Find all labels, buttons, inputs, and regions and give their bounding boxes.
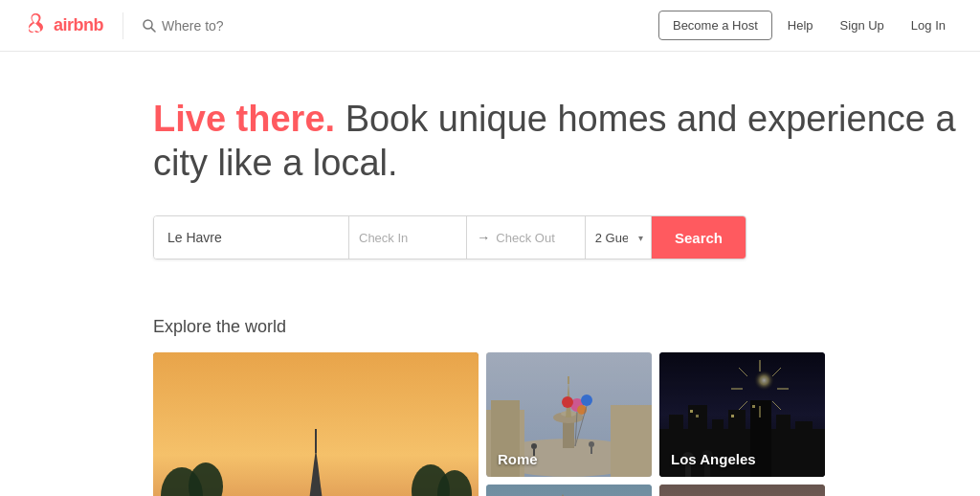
nav-divider bbox=[122, 12, 123, 39]
city-grid: Paris bbox=[153, 352, 817, 496]
city-label-rome: Rome bbox=[498, 451, 538, 467]
city-label-los-angeles: Los Angeles bbox=[671, 451, 756, 467]
city-card-lisbon[interactable]: Lisbon bbox=[486, 485, 652, 496]
logo-text: airbnb bbox=[54, 15, 103, 35]
svg-rect-25 bbox=[153, 352, 479, 496]
become-host-button[interactable]: Become a Host bbox=[658, 11, 772, 40]
search-button[interactable]: Search bbox=[652, 216, 746, 259]
guests-selector[interactable]: 1 Guest 2 Guests 3 Guests 4 Guests 5 Gue… bbox=[586, 216, 652, 259]
city-card-paris[interactable]: Paris bbox=[153, 352, 479, 496]
explore-section: Explore the world bbox=[0, 317, 980, 496]
search-bar: Check In → Check Out 1 Guest 2 Guests 3 … bbox=[153, 215, 746, 259]
airbnb-logo-icon bbox=[23, 11, 48, 40]
log-in-button[interactable]: Log In bbox=[900, 11, 957, 39]
hero-headline: Live there. Book unique homes and experi… bbox=[153, 98, 957, 185]
arrow-icon: → bbox=[477, 230, 490, 245]
search-icon bbox=[143, 19, 156, 33]
location-input[interactable] bbox=[154, 216, 349, 259]
checkin-field[interactable]: Check In bbox=[349, 216, 467, 259]
help-button[interactable]: Help bbox=[776, 11, 825, 39]
logo[interactable]: airbnb bbox=[23, 11, 103, 40]
city-card-rome[interactable]: Rome bbox=[486, 352, 652, 477]
explore-title: Explore the world bbox=[153, 317, 957, 337]
guests-select[interactable]: 1 Guest 2 Guests 3 Guests 4 Guests 5 Gue… bbox=[586, 216, 651, 259]
nav-search-label: Where to? bbox=[162, 18, 224, 34]
svg-rect-117 bbox=[659, 485, 825, 496]
hero-accent: Live there. bbox=[153, 99, 335, 139]
svg-line-1 bbox=[151, 28, 155, 32]
checkout-label: Check Out bbox=[496, 231, 554, 245]
checkout-field[interactable]: → Check Out bbox=[467, 216, 585, 259]
nav-actions: Become a Host Help Sign Up Log In bbox=[658, 11, 957, 40]
svg-rect-92 bbox=[486, 485, 652, 496]
navbar: airbnb Where to? Become a Host Help Sign… bbox=[0, 0, 980, 52]
nav-search-bar[interactable]: Where to? bbox=[143, 18, 224, 34]
checkin-label: Check In bbox=[359, 231, 408, 245]
hero-section: Live there. Book unique homes and experi… bbox=[0, 52, 980, 317]
city-card-tokyo[interactable]: Tokyo bbox=[659, 485, 825, 496]
sign-up-button[interactable]: Sign Up bbox=[829, 11, 896, 39]
city-card-los-angeles[interactable]: Los Angeles bbox=[659, 352, 825, 477]
